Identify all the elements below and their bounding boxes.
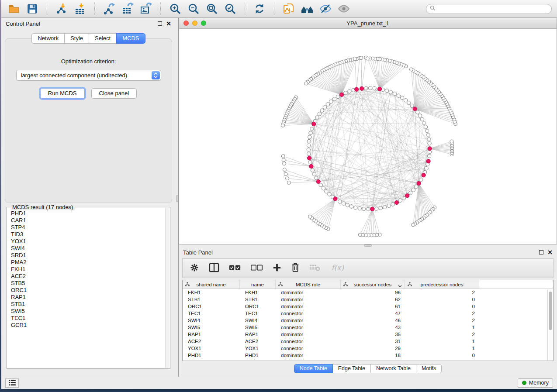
search-input[interactable] [438, 6, 548, 12]
graph-mcds-hub-node[interactable] [312, 122, 316, 126]
close-mcds-panel-button[interactable]: Close panel [91, 88, 137, 99]
graph-node[interactable] [326, 103, 329, 106]
graph-leaf-node[interactable] [353, 57, 356, 60]
graph-mcds-hub-node[interactable] [309, 164, 313, 168]
graph-leaf-node[interactable] [281, 124, 284, 127]
mcds-result-node[interactable]: CAR1 [11, 217, 162, 224]
graph-mcds-hub-node[interactable] [307, 156, 311, 160]
memory-button[interactable]: Memory [518, 378, 553, 388]
graph-node[interactable] [336, 95, 339, 98]
criterion-select[interactable]: largest connected component (undirected) [16, 70, 161, 81]
tab-edge-table[interactable]: Edge Table [332, 364, 371, 373]
table-row-FKH1[interactable]: FKH1FKH1dominator962 [183, 289, 553, 296]
table-row-TEC1[interactable]: TEC1TEC1connector472 [183, 310, 553, 317]
mcds-result-node[interactable]: SWI5 [11, 308, 162, 315]
graph-node[interactable] [338, 200, 342, 203]
graph-mcds-hub-node[interactable] [339, 93, 343, 96]
graph-mcds-hub-node[interactable] [405, 194, 409, 198]
graph-node[interactable] [315, 176, 318, 179]
graph-mcds-hub-node[interactable] [370, 207, 374, 211]
splitter-handle[interactable] [364, 244, 372, 247]
graph-node[interactable] [428, 141, 431, 145]
graph-mcds-hub-node[interactable] [417, 181, 421, 185]
graph-node[interactable] [393, 92, 396, 96]
table-row-STB1[interactable]: STB1STB1dominator620 [183, 296, 553, 303]
mcds-result-node[interactable]: SWI4 [11, 245, 162, 252]
graph-node[interactable] [311, 168, 314, 172]
graph-mcds-hub-node[interactable] [422, 173, 426, 177]
graph-node[interactable] [358, 206, 361, 210]
graph-node[interactable] [407, 101, 411, 105]
close-table-panel-button[interactable]: ✕ [547, 250, 553, 254]
graph-node[interactable] [362, 207, 366, 210]
search-box[interactable] [426, 4, 552, 14]
graph-leaf-node[interactable] [282, 158, 285, 162]
graph-node[interactable] [398, 199, 402, 202]
graph-node[interactable] [312, 172, 316, 176]
mcds-result-node[interactable]: SRD1 [11, 252, 162, 259]
graph-node[interactable] [329, 100, 333, 103]
mcds-list-scrollbar[interactable] [165, 208, 170, 368]
table-row-RAP1[interactable]: RAP1RAP1dominator352 [183, 331, 553, 338]
column-header-shared-name[interactable]: shared name [183, 280, 240, 289]
graph-node[interactable] [427, 138, 431, 141]
graph-node[interactable] [346, 203, 349, 207]
mcds-result-node[interactable]: GCR1 [11, 322, 162, 329]
binoculars-button[interactable] [300, 1, 315, 16]
zoom-selected-button[interactable] [223, 1, 238, 16]
hide-graphics-details-button[interactable] [318, 1, 333, 16]
graph-node[interactable] [408, 191, 412, 195]
delete-table-button[interactable] [309, 264, 321, 273]
graph-node[interactable] [389, 90, 393, 94]
graph-node[interactable] [391, 203, 394, 206]
export-table-button[interactable] [120, 1, 135, 16]
tab-style[interactable]: Style [64, 33, 89, 44]
graph-node[interactable] [419, 178, 423, 182]
graph-node[interactable] [307, 148, 310, 151]
mcds-result-node[interactable]: STP4 [11, 224, 162, 231]
mcds-result-node[interactable]: TEC1 [11, 315, 162, 322]
graph-node[interactable] [422, 121, 426, 125]
graph-node[interactable] [426, 133, 430, 137]
graph-leaf-node[interactable] [450, 140, 453, 143]
graph-node[interactable] [349, 205, 353, 208]
window-close-button[interactable] [183, 21, 189, 26]
column-header-predecessor-nodes[interactable]: predecessor nodes [405, 280, 479, 289]
graph-node[interactable] [307, 139, 311, 143]
graph-node[interactable] [412, 188, 415, 192]
graph-node[interactable] [387, 204, 391, 207]
graph-node[interactable] [410, 104, 414, 107]
table-row-SWI4[interactable]: SWI4SWI4dominator462 [183, 317, 553, 324]
graph-node[interactable] [307, 144, 310, 147]
window-minimize-button[interactable] [192, 21, 197, 26]
graph-leaf-node[interactable] [409, 68, 413, 71]
import-network-button[interactable] [54, 1, 69, 16]
graph-node[interactable] [323, 106, 326, 109]
graph-leaf-node[interactable] [412, 223, 415, 227]
graph-mcds-hub-node[interactable] [333, 197, 337, 201]
graph-mcds-hub-node[interactable] [426, 159, 430, 163]
graph-leaf-node[interactable] [360, 56, 363, 60]
graph-leaf-node[interactable] [285, 177, 289, 180]
network-graph[interactable] [179, 29, 557, 244]
splitter-handle[interactable] [176, 195, 178, 202]
table-settings-button[interactable] [190, 263, 199, 274]
table-row-PHD1[interactable]: PHD1PHD1dominator180 [183, 352, 553, 359]
graph-node[interactable] [368, 86, 372, 90]
graph-node[interactable] [308, 160, 312, 164]
graph-leaf-node[interactable] [366, 57, 369, 60]
graph-node[interactable] [402, 196, 405, 200]
graph-node[interactable] [385, 89, 388, 93]
tab-network-table[interactable]: Network Table [370, 364, 416, 373]
graph-node[interactable] [366, 207, 370, 211]
vertical-splitter[interactable] [176, 18, 179, 377]
tab-node-table[interactable]: Node Table [294, 364, 333, 373]
graph-node[interactable] [315, 116, 319, 119]
graph-node[interactable] [404, 98, 407, 102]
column-header-successor-nodes[interactable]: successor nodes [341, 280, 405, 289]
graph-node[interactable] [383, 205, 387, 209]
graph-leaf-node[interactable] [282, 162, 286, 165]
graph-node[interactable] [416, 110, 419, 114]
create-column-button[interactable] [273, 263, 281, 273]
graph-node[interactable] [400, 96, 404, 100]
